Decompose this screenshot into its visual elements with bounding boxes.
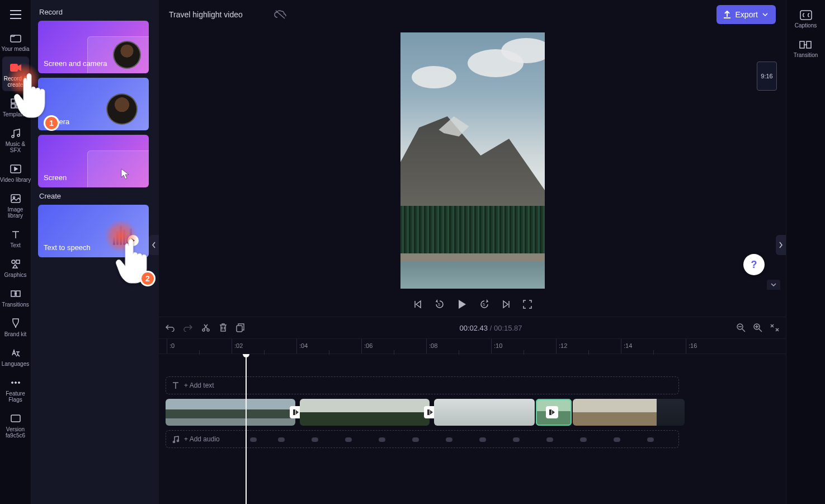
fullscreen-button[interactable]	[523, 300, 532, 309]
zoom-out-button[interactable]	[737, 323, 746, 332]
nav-transitions[interactable]: Transitions	[0, 282, 31, 311]
nav-templates[interactable]: Templates	[0, 92, 31, 121]
svg-point-19	[15, 382, 16, 384]
video-clip-3[interactable]	[434, 399, 535, 426]
brand-kit-icon	[9, 317, 22, 330]
nav-label: Video library	[0, 177, 31, 183]
nav-music-sfx[interactable]: Music & SFX	[0, 122, 31, 157]
preview-area: 9:16 ?	[159, 29, 786, 292]
video-clip-5[interactable]	[573, 399, 685, 426]
music-icon	[9, 126, 22, 140]
add-text-track-button[interactable]: + Add text	[166, 376, 679, 394]
svg-point-13	[13, 197, 15, 199]
rewind-5-button[interactable]: 5	[435, 299, 445, 309]
svg-point-26	[207, 329, 209, 331]
captions-button[interactable]: Captions	[795, 6, 817, 33]
ruler-tick: :12	[556, 339, 567, 354]
nav-label: Image library	[0, 206, 31, 219]
project-title-input[interactable]	[169, 10, 264, 19]
card-text-to-speech[interactable]: Text to speech	[38, 205, 149, 257]
nav-label: Brand kit	[4, 331, 26, 337]
svg-point-20	[18, 382, 20, 384]
nav-brand-kit[interactable]: Brand kit	[0, 312, 31, 341]
nav-text[interactable]: Text	[0, 223, 31, 252]
video-clip-1[interactable]	[166, 399, 295, 426]
video-clip-2[interactable]	[300, 399, 430, 426]
card-screen[interactable]: Screen	[38, 135, 149, 187]
card-screen-and-camera[interactable]: Screen and camera	[38, 21, 149, 73]
nav-video-library[interactable]: Video library	[0, 158, 31, 186]
undo-button[interactable]	[166, 324, 175, 332]
svg-rect-16	[11, 291, 15, 296]
play-button[interactable]	[457, 299, 467, 310]
timeline-ruler[interactable]: :0 :02 :04 :06 :08 :10 :12 :14 :16	[159, 338, 786, 354]
svg-rect-30	[293, 409, 295, 415]
forward-5-button[interactable]: 5	[479, 299, 489, 309]
transitions-icon	[9, 287, 22, 300]
text-icon	[9, 228, 22, 241]
playback-controls: 5 5	[159, 292, 786, 317]
templates-icon	[9, 97, 22, 110]
nav-record-create[interactable]: Record & create	[2, 56, 29, 91]
export-button[interactable]: Export	[716, 5, 776, 24]
delete-button[interactable]	[219, 323, 227, 332]
video-preview[interactable]	[400, 32, 545, 289]
nav-languages[interactable]: Languages	[0, 342, 31, 370]
export-label: Export	[736, 10, 758, 19]
split-button[interactable]	[201, 323, 210, 332]
nav-image-library[interactable]: Image library	[0, 187, 31, 222]
captions-icon	[800, 10, 812, 20]
collapse-panel-button[interactable]	[149, 235, 159, 255]
svg-rect-35	[800, 11, 812, 20]
fit-timeline-button[interactable]	[770, 324, 779, 332]
svg-rect-6	[16, 99, 20, 103]
nav-your-media[interactable]: Your media	[0, 27, 31, 55]
text-icon	[172, 381, 180, 389]
duplicate-button[interactable]	[236, 323, 245, 332]
collapse-right-panel-button[interactable]	[776, 235, 786, 255]
ruler-tick: :0	[167, 339, 175, 354]
nav-label: Record & create	[2, 76, 29, 88]
hamburger-menu-button[interactable]	[4, 3, 27, 26]
music-icon	[172, 435, 180, 443]
track-label: + Add text	[184, 381, 214, 389]
svg-rect-37	[807, 41, 811, 48]
transition-marker[interactable]	[546, 406, 558, 418]
svg-point-25	[202, 329, 205, 331]
card-label: Camera	[44, 117, 69, 126]
nav-graphics[interactable]: Graphics	[0, 253, 31, 281]
playhead[interactable]	[246, 354, 247, 504]
cloud-sync-off-icon[interactable]	[274, 10, 286, 20]
svg-point-33	[173, 441, 175, 443]
card-label: Screen and camera	[44, 59, 107, 68]
ruler-tick: :10	[491, 339, 502, 354]
svg-rect-17	[16, 291, 20, 296]
redo-button[interactable]	[183, 324, 192, 332]
chevron-down-icon	[762, 13, 768, 16]
svg-rect-4	[10, 64, 18, 72]
record-create-panel: Record Screen and camera Camera Screen C…	[31, 0, 159, 504]
skip-end-button[interactable]	[502, 300, 511, 309]
svg-rect-15	[16, 260, 20, 263]
nav-feature-flags[interactable]: Feature Flags	[0, 371, 31, 406]
expand-timeline-button[interactable]	[767, 280, 780, 290]
svg-rect-36	[800, 41, 804, 48]
transition-button[interactable]: Transition	[794, 35, 818, 63]
card-camera[interactable]: Camera	[38, 78, 149, 130]
image-icon	[9, 192, 22, 205]
svg-point-14	[12, 260, 15, 263]
add-audio-track-button[interactable]: + Add audio	[166, 430, 679, 448]
nav-version[interactable]: Version fa9c5c6	[0, 407, 31, 442]
svg-rect-31	[427, 409, 430, 415]
help-button[interactable]: ?	[743, 254, 765, 275]
ruler-tick: :02	[232, 339, 243, 354]
skip-start-button[interactable]	[413, 300, 422, 309]
card-label: Text to speech	[44, 243, 91, 252]
ruler-tick: :06	[361, 339, 373, 354]
aspect-ratio-button[interactable]: 9:16	[757, 62, 777, 91]
rail-label: Captions	[795, 22, 817, 29]
svg-rect-27	[237, 326, 242, 332]
zoom-in-button[interactable]	[753, 323, 762, 332]
nav-label: Languages	[2, 361, 30, 367]
video-library-icon	[9, 162, 22, 176]
